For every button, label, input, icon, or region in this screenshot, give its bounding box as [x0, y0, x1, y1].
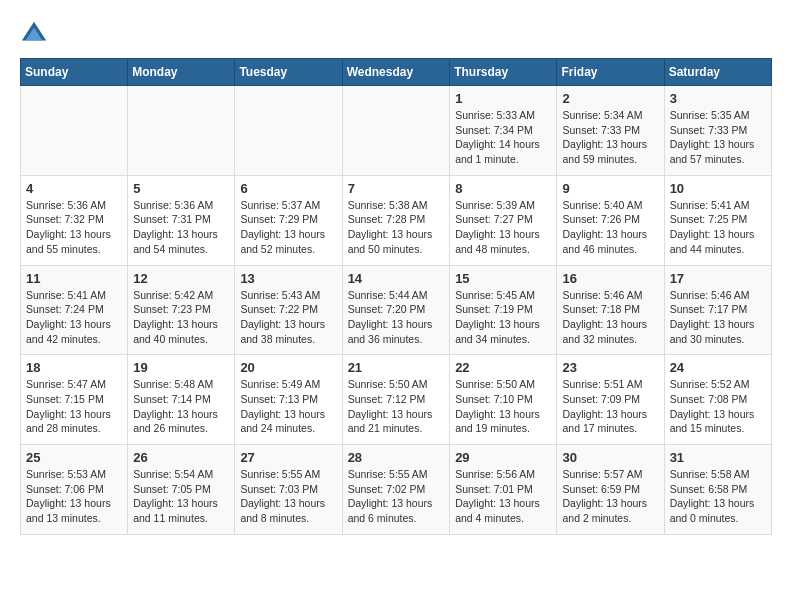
calendar-cell: 28Sunrise: 5:55 AMSunset: 7:02 PMDayligh… — [342, 445, 450, 535]
calendar-cell: 9Sunrise: 5:40 AMSunset: 7:26 PMDaylight… — [557, 175, 664, 265]
logo — [20, 20, 52, 48]
calendar-header-monday: Monday — [128, 59, 235, 86]
day-info: Sunrise: 5:49 AMSunset: 7:13 PMDaylight:… — [240, 377, 336, 436]
day-number: 29 — [455, 450, 551, 465]
calendar-week-row: 11Sunrise: 5:41 AMSunset: 7:24 PMDayligh… — [21, 265, 772, 355]
day-number: 11 — [26, 271, 122, 286]
calendar-week-row: 25Sunrise: 5:53 AMSunset: 7:06 PMDayligh… — [21, 445, 772, 535]
day-number: 24 — [670, 360, 766, 375]
day-number: 15 — [455, 271, 551, 286]
day-info: Sunrise: 5:41 AMSunset: 7:24 PMDaylight:… — [26, 288, 122, 347]
logo-icon — [20, 20, 48, 48]
day-info: Sunrise: 5:42 AMSunset: 7:23 PMDaylight:… — [133, 288, 229, 347]
calendar-header-wednesday: Wednesday — [342, 59, 450, 86]
calendar-cell: 29Sunrise: 5:56 AMSunset: 7:01 PMDayligh… — [450, 445, 557, 535]
day-info: Sunrise: 5:46 AMSunset: 7:17 PMDaylight:… — [670, 288, 766, 347]
day-info: Sunrise: 5:55 AMSunset: 7:03 PMDaylight:… — [240, 467, 336, 526]
day-info: Sunrise: 5:36 AMSunset: 7:31 PMDaylight:… — [133, 198, 229, 257]
calendar-week-row: 18Sunrise: 5:47 AMSunset: 7:15 PMDayligh… — [21, 355, 772, 445]
day-number: 16 — [562, 271, 658, 286]
calendar-cell: 8Sunrise: 5:39 AMSunset: 7:27 PMDaylight… — [450, 175, 557, 265]
calendar-cell: 27Sunrise: 5:55 AMSunset: 7:03 PMDayligh… — [235, 445, 342, 535]
day-info: Sunrise: 5:52 AMSunset: 7:08 PMDaylight:… — [670, 377, 766, 436]
calendar-cell: 23Sunrise: 5:51 AMSunset: 7:09 PMDayligh… — [557, 355, 664, 445]
calendar-week-row: 1Sunrise: 5:33 AMSunset: 7:34 PMDaylight… — [21, 86, 772, 176]
day-number: 25 — [26, 450, 122, 465]
day-info: Sunrise: 5:39 AMSunset: 7:27 PMDaylight:… — [455, 198, 551, 257]
calendar-header-saturday: Saturday — [664, 59, 771, 86]
day-number: 17 — [670, 271, 766, 286]
day-info: Sunrise: 5:58 AMSunset: 6:58 PMDaylight:… — [670, 467, 766, 526]
calendar-header-row: SundayMondayTuesdayWednesdayThursdayFrid… — [21, 59, 772, 86]
day-number: 20 — [240, 360, 336, 375]
day-number: 14 — [348, 271, 445, 286]
calendar-cell: 30Sunrise: 5:57 AMSunset: 6:59 PMDayligh… — [557, 445, 664, 535]
calendar-header-thursday: Thursday — [450, 59, 557, 86]
calendar-cell: 21Sunrise: 5:50 AMSunset: 7:12 PMDayligh… — [342, 355, 450, 445]
day-number: 2 — [562, 91, 658, 106]
day-info: Sunrise: 5:55 AMSunset: 7:02 PMDaylight:… — [348, 467, 445, 526]
day-number: 23 — [562, 360, 658, 375]
calendar-cell: 20Sunrise: 5:49 AMSunset: 7:13 PMDayligh… — [235, 355, 342, 445]
day-number: 9 — [562, 181, 658, 196]
calendar-cell: 4Sunrise: 5:36 AMSunset: 7:32 PMDaylight… — [21, 175, 128, 265]
calendar-cell — [235, 86, 342, 176]
calendar-cell: 1Sunrise: 5:33 AMSunset: 7:34 PMDaylight… — [450, 86, 557, 176]
day-number: 26 — [133, 450, 229, 465]
calendar-cell: 26Sunrise: 5:54 AMSunset: 7:05 PMDayligh… — [128, 445, 235, 535]
day-number: 7 — [348, 181, 445, 196]
calendar-cell: 2Sunrise: 5:34 AMSunset: 7:33 PMDaylight… — [557, 86, 664, 176]
calendar-cell: 10Sunrise: 5:41 AMSunset: 7:25 PMDayligh… — [664, 175, 771, 265]
calendar-cell — [342, 86, 450, 176]
day-number: 18 — [26, 360, 122, 375]
day-number: 3 — [670, 91, 766, 106]
calendar-cell: 13Sunrise: 5:43 AMSunset: 7:22 PMDayligh… — [235, 265, 342, 355]
day-number: 28 — [348, 450, 445, 465]
calendar-cell: 16Sunrise: 5:46 AMSunset: 7:18 PMDayligh… — [557, 265, 664, 355]
day-info: Sunrise: 5:50 AMSunset: 7:10 PMDaylight:… — [455, 377, 551, 436]
day-info: Sunrise: 5:43 AMSunset: 7:22 PMDaylight:… — [240, 288, 336, 347]
calendar-table: SundayMondayTuesdayWednesdayThursdayFrid… — [20, 58, 772, 535]
day-number: 10 — [670, 181, 766, 196]
day-info: Sunrise: 5:38 AMSunset: 7:28 PMDaylight:… — [348, 198, 445, 257]
calendar-cell: 17Sunrise: 5:46 AMSunset: 7:17 PMDayligh… — [664, 265, 771, 355]
day-number: 22 — [455, 360, 551, 375]
calendar-cell: 11Sunrise: 5:41 AMSunset: 7:24 PMDayligh… — [21, 265, 128, 355]
day-info: Sunrise: 5:37 AMSunset: 7:29 PMDaylight:… — [240, 198, 336, 257]
calendar-cell: 31Sunrise: 5:58 AMSunset: 6:58 PMDayligh… — [664, 445, 771, 535]
calendar-cell: 24Sunrise: 5:52 AMSunset: 7:08 PMDayligh… — [664, 355, 771, 445]
calendar-week-row: 4Sunrise: 5:36 AMSunset: 7:32 PMDaylight… — [21, 175, 772, 265]
calendar-cell: 25Sunrise: 5:53 AMSunset: 7:06 PMDayligh… — [21, 445, 128, 535]
day-number: 19 — [133, 360, 229, 375]
day-number: 5 — [133, 181, 229, 196]
day-info: Sunrise: 5:36 AMSunset: 7:32 PMDaylight:… — [26, 198, 122, 257]
day-info: Sunrise: 5:50 AMSunset: 7:12 PMDaylight:… — [348, 377, 445, 436]
calendar-cell: 15Sunrise: 5:45 AMSunset: 7:19 PMDayligh… — [450, 265, 557, 355]
calendar-cell — [21, 86, 128, 176]
day-info: Sunrise: 5:47 AMSunset: 7:15 PMDaylight:… — [26, 377, 122, 436]
calendar-header-tuesday: Tuesday — [235, 59, 342, 86]
calendar-cell — [128, 86, 235, 176]
calendar-cell: 14Sunrise: 5:44 AMSunset: 7:20 PMDayligh… — [342, 265, 450, 355]
day-info: Sunrise: 5:51 AMSunset: 7:09 PMDaylight:… — [562, 377, 658, 436]
day-number: 1 — [455, 91, 551, 106]
calendar-cell: 5Sunrise: 5:36 AMSunset: 7:31 PMDaylight… — [128, 175, 235, 265]
day-info: Sunrise: 5:48 AMSunset: 7:14 PMDaylight:… — [133, 377, 229, 436]
calendar-header-sunday: Sunday — [21, 59, 128, 86]
day-info: Sunrise: 5:34 AMSunset: 7:33 PMDaylight:… — [562, 108, 658, 167]
day-info: Sunrise: 5:41 AMSunset: 7:25 PMDaylight:… — [670, 198, 766, 257]
calendar-cell: 18Sunrise: 5:47 AMSunset: 7:15 PMDayligh… — [21, 355, 128, 445]
day-info: Sunrise: 5:33 AMSunset: 7:34 PMDaylight:… — [455, 108, 551, 167]
calendar-cell: 12Sunrise: 5:42 AMSunset: 7:23 PMDayligh… — [128, 265, 235, 355]
day-info: Sunrise: 5:54 AMSunset: 7:05 PMDaylight:… — [133, 467, 229, 526]
day-info: Sunrise: 5:45 AMSunset: 7:19 PMDaylight:… — [455, 288, 551, 347]
day-number: 30 — [562, 450, 658, 465]
calendar-cell: 22Sunrise: 5:50 AMSunset: 7:10 PMDayligh… — [450, 355, 557, 445]
day-number: 27 — [240, 450, 336, 465]
day-info: Sunrise: 5:57 AMSunset: 6:59 PMDaylight:… — [562, 467, 658, 526]
calendar-cell: 19Sunrise: 5:48 AMSunset: 7:14 PMDayligh… — [128, 355, 235, 445]
day-info: Sunrise: 5:40 AMSunset: 7:26 PMDaylight:… — [562, 198, 658, 257]
day-number: 13 — [240, 271, 336, 286]
calendar-header-friday: Friday — [557, 59, 664, 86]
day-info: Sunrise: 5:46 AMSunset: 7:18 PMDaylight:… — [562, 288, 658, 347]
